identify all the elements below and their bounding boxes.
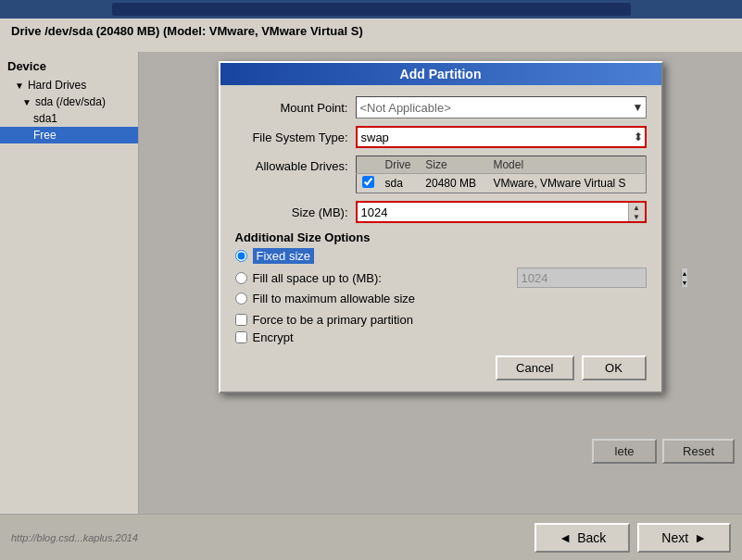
fill-all-radio[interactable] xyxy=(235,272,247,284)
allowable-drives-row: Allowable Drives: Drive Size Model xyxy=(235,156,647,193)
sidebar: Device ▼ Hard Drives ▼ sda (/dev/sda) sd… xyxy=(0,52,139,514)
size-mb-control: ▲ ▼ xyxy=(356,201,647,223)
next-label: Next xyxy=(661,530,688,545)
allowable-drives-label: Allowable Drives: xyxy=(235,156,356,173)
encrypt-label: Encrypt xyxy=(253,330,294,344)
sidebar-item-free[interactable]: Free xyxy=(0,127,138,143)
modal-overlay: Add Partition Mount Point: <Not Applicab… xyxy=(139,52,742,514)
additional-size-title: Additional Size Options xyxy=(235,230,647,244)
encrypt-row: Encrypt xyxy=(235,330,647,344)
fixed-size-label: Fixed size xyxy=(253,248,315,264)
ok-button[interactable]: OK xyxy=(582,355,647,380)
next-arrow-icon: ► xyxy=(694,530,707,545)
filesystem-type-value: swap xyxy=(361,131,389,144)
dialog-buttons: Cancel OK xyxy=(235,355,647,380)
dialog-title: Add Partition xyxy=(400,67,482,81)
sidebar-device-header: Device xyxy=(0,56,138,77)
table-row: sda 20480 MB VMware, VMware Virtual S xyxy=(356,174,646,193)
fixed-size-row: Fixed size xyxy=(235,248,647,264)
add-partition-dialog: Add Partition Mount Point: <Not Applicab… xyxy=(219,61,663,393)
drives-table: Drive Size Model xyxy=(356,156,647,193)
mount-point-row: Mount Point: <Not Applicable> ▼ xyxy=(235,96,647,118)
size-mb-label: Size (MB): xyxy=(235,205,356,219)
filesystem-type-control: swap ⬍ xyxy=(356,126,647,148)
triangle-icon: ▼ xyxy=(15,81,24,91)
fill-max-label: Fill to maximum allowable size xyxy=(253,292,416,305)
back-button[interactable]: ◄ Back xyxy=(534,523,630,553)
fill-spin-down[interactable]: ▼ xyxy=(682,278,688,287)
top-bar-inner xyxy=(112,3,631,16)
dialog-body: Mount Point: <Not Applicable> ▼ File Sys… xyxy=(220,85,661,392)
sidebar-sda-label: sda (/dev/sda) xyxy=(35,95,106,108)
force-primary-checkbox[interactable] xyxy=(235,314,247,326)
drives-row-size: 20480 MB xyxy=(420,174,487,193)
size-spin-input: ▲ ▼ xyxy=(356,201,647,223)
fill-all-label: Fill all space up to (MB): xyxy=(253,271,382,285)
fill-max-row: Fill to maximum allowable size xyxy=(235,292,647,305)
drives-row-model: VMware, VMware Virtual S xyxy=(487,174,646,193)
drives-row-check xyxy=(356,174,380,193)
fill-spin-buttons: ▲ ▼ xyxy=(681,268,688,287)
additional-size-options: Additional Size Options Fixed size xyxy=(235,230,647,305)
footer-bar: http://blog.csd...kaplus.2014 ◄ Back Nex… xyxy=(0,514,742,560)
force-primary-row: Force to be a primary partition xyxy=(235,313,647,327)
next-button[interactable]: Next ► xyxy=(637,523,731,553)
top-bar xyxy=(0,0,742,19)
drives-row-drive: sda xyxy=(380,174,421,193)
fill-max-radio[interactable] xyxy=(235,292,247,305)
fill-spin-up[interactable]: ▲ xyxy=(682,268,688,278)
fs-combo-arrow-icon: ⬍ xyxy=(634,131,643,143)
fill-all-row: Fill all space up to (MB): ▲ ▼ xyxy=(235,268,647,288)
drive-info-text: Drive /dev/sda (20480 MB) (Model: VMware… xyxy=(11,24,363,38)
size-mb-row: Size (MB): ▲ ▼ xyxy=(235,201,647,223)
sidebar-item-hard-drives[interactable]: ▼ Hard Drives xyxy=(0,77,138,93)
combo-arrow-icon: ▼ xyxy=(633,101,644,114)
filesystem-type-row: File System Type: swap ⬍ xyxy=(235,126,647,148)
sidebar-sda1-label: sda1 xyxy=(33,112,57,125)
allowable-drives-control: Drive Size Model xyxy=(356,156,647,193)
fill-all-field[interactable] xyxy=(518,268,681,287)
fixed-size-radio[interactable] xyxy=(235,250,247,262)
size-mb-field[interactable] xyxy=(358,203,628,221)
sidebar-item-sda[interactable]: ▼ sda (/dev/sda) xyxy=(0,93,138,110)
main-panel: lete Reset Add Partition xyxy=(139,52,742,514)
back-arrow-icon: ◄ xyxy=(559,530,572,545)
filesystem-type-label: File System Type: xyxy=(235,131,356,144)
sidebar-free-label: Free xyxy=(33,129,57,142)
mount-point-combo[interactable]: <Not Applicable> ▼ xyxy=(356,96,647,118)
back-label: Back xyxy=(577,530,606,545)
drives-col-drive: Drive xyxy=(380,156,421,174)
installer-window: Drive /dev/sda (20480 MB) (Model: VMware… xyxy=(0,19,742,560)
content-area: Device ▼ Hard Drives ▼ sda (/dev/sda) sd… xyxy=(0,52,742,514)
drives-checkbox[interactable] xyxy=(362,176,374,188)
drives-col-size: Size xyxy=(420,156,487,174)
triangle-icon-sda: ▼ xyxy=(22,97,31,107)
size-spin-down[interactable]: ▼ xyxy=(629,212,645,221)
size-spin-up[interactable]: ▲ xyxy=(629,203,645,212)
encrypt-checkbox[interactable] xyxy=(235,331,247,343)
dialog-titlebar: Add Partition xyxy=(220,63,661,85)
size-spin-buttons: ▲ ▼ xyxy=(628,203,645,221)
nav-buttons: ◄ Back Next ► xyxy=(534,523,731,553)
fill-all-input-wrap: ▲ ▼ xyxy=(517,268,647,288)
drives-col-model: Model xyxy=(487,156,646,174)
sidebar-item-sda1[interactable]: sda1 xyxy=(0,110,138,127)
mount-point-value: <Not Applicable> xyxy=(360,101,451,115)
footer-watermark: http://blog.csd...kaplus.2014 xyxy=(11,532,138,543)
drive-info-bar: Drive /dev/sda (20480 MB) (Model: VMware… xyxy=(0,19,742,44)
mount-point-control: <Not Applicable> ▼ xyxy=(356,96,647,118)
cancel-button[interactable]: Cancel xyxy=(496,355,573,380)
force-primary-label: Force to be a primary partition xyxy=(253,313,413,327)
filesystem-type-combo[interactable]: swap ⬍ xyxy=(356,126,647,148)
sidebar-hard-drives-label: Hard Drives xyxy=(28,79,86,92)
drives-col-radio xyxy=(356,156,380,174)
mount-point-label: Mount Point: xyxy=(235,101,356,115)
